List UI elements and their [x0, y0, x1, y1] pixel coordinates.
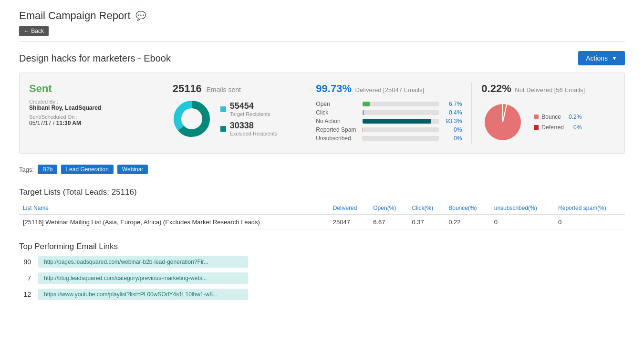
- table-row: [25116] Webinar Mailing List (Asia, Euro…: [19, 215, 625, 230]
- bounce-color: [534, 115, 539, 119]
- table-header-cell: Click(%): [408, 202, 445, 215]
- links-section: Top Performing Email Links 90 http://pag…: [19, 242, 625, 300]
- campaign-title: Design hacks for marketers - Ebook: [19, 53, 171, 64]
- tag-item[interactable]: B2b: [38, 165, 57, 174]
- link-count: 12: [19, 291, 31, 298]
- target-label: Target Recipients: [230, 111, 270, 117]
- metric-row: Unsubscribed 0%: [316, 135, 462, 142]
- metrics-bars: Open 6.7% Click 0.4% No Action 93.3% Rep…: [316, 101, 462, 142]
- metric-pct: 6.7%: [443, 101, 462, 107]
- metric-name: Click: [316, 109, 359, 116]
- link-url[interactable]: http://pages.leadsquared.com/webinar-b2b…: [38, 256, 248, 268]
- table-header-cell: unsubscribed(%): [490, 202, 554, 215]
- link-url[interactable]: http://blog.leadsquared.com/category/pre…: [38, 272, 248, 284]
- donut-area: 55454 Target Recipients 30338 Excluded R…: [173, 100, 297, 138]
- bar-fill: [363, 119, 431, 124]
- chat-icon: 💬: [135, 10, 146, 21]
- target-color-box: [220, 106, 226, 112]
- bar-fill: [363, 136, 363, 141]
- deferred-row: Deferred 0%: [534, 124, 582, 131]
- metric-name: No Action: [316, 118, 359, 125]
- deferred-color: [534, 125, 539, 130]
- bounce-legend: Bounce 0.2% Deferred 0%: [534, 114, 582, 131]
- metric-name: Unsubscribed: [316, 135, 359, 142]
- recipients-list: 55454 Target Recipients 30338 Excluded R…: [220, 101, 278, 136]
- sent-section: Sent Created By : Shibani Roy, LeadSquar…: [29, 83, 163, 144]
- created-by-label: Created By :: [29, 99, 153, 104]
- excluded-recipients-row: 30338 Excluded Recipients: [220, 121, 278, 136]
- tags-label: Tags:: [19, 166, 34, 173]
- page-title: Email Campaign Report: [19, 10, 131, 22]
- divider: [19, 41, 625, 42]
- table-header-cell: Reported spam(%): [554, 202, 625, 215]
- emails-sent-count: 25116: [173, 83, 202, 94]
- bounce-row: Bounce 0.2%: [534, 114, 582, 120]
- page-header: Email Campaign Report 💬: [19, 10, 625, 22]
- table-cell: 0.37: [408, 215, 445, 230]
- target-lists-table: List NameDeliveredOpen(%)Click(%)Bounce(…: [19, 202, 625, 230]
- links-title: Top Performing Email Links: [19, 242, 625, 251]
- metric-row: Click 0.4%: [316, 109, 462, 116]
- tag-item[interactable]: Lead Generation: [61, 165, 113, 174]
- link-row: 12 https://www.youtube.com/playlist?list…: [19, 289, 625, 300]
- link-row: 90 http://pages.leadsquared.com/webinar-…: [19, 256, 625, 268]
- not-delivered-pct: 0.22%: [481, 83, 511, 94]
- excluded-count: 30338: [230, 121, 278, 131]
- deferred-label: Deferred: [541, 124, 564, 131]
- tags-list: B2bLead GenerationWebinar: [38, 165, 148, 174]
- not-delivered-label: Not Delivered [56 Emails]: [515, 86, 585, 94]
- link-row: 7 http://blog.leadsquared.com/category/p…: [19, 272, 625, 284]
- stats-panel: Sent Created By : Shibani Roy, LeadSquar…: [19, 73, 625, 154]
- link-url[interactable]: https://www.youtube.com/playlist?list=PL…: [38, 289, 248, 300]
- donut-chart: [173, 100, 211, 138]
- tags-row: Tags: B2bLead GenerationWebinar: [19, 161, 625, 178]
- bar-container: [363, 119, 439, 124]
- scheduled-time: 11:30 AM: [56, 120, 81, 126]
- metric-pct: 93.3%: [443, 118, 462, 125]
- scheduled-label: Sent/Scheduled On :: [29, 114, 153, 120]
- not-delivered-content: Bounce 0.2% Deferred 0%: [481, 101, 605, 144]
- target-count: 55454: [230, 101, 270, 111]
- metric-name: Reported Spam: [316, 126, 359, 133]
- scheduled-date: 05/17/17 / 11:30 AM: [29, 120, 153, 126]
- back-button[interactable]: ← Back: [19, 26, 49, 36]
- table-cell: 0: [490, 215, 554, 230]
- metric-pct: 0%: [443, 135, 462, 142]
- emails-sent-label: Emails sent: [206, 86, 240, 94]
- metric-pct: 0.4%: [443, 109, 462, 116]
- deferred-pct: 0%: [569, 124, 582, 131]
- bar-fill: [363, 127, 363, 132]
- bar-container: [363, 127, 439, 132]
- table-cell: 0: [554, 215, 625, 230]
- table-cell: 25047: [329, 215, 370, 230]
- links-list: 90 http://pages.leadsquared.com/webinar-…: [19, 256, 625, 300]
- link-count: 7: [19, 274, 31, 282]
- delivered-label: Delivered [25047 Emails]: [355, 86, 425, 94]
- target-recipients-row: 55454 Target Recipients: [220, 101, 278, 117]
- excluded-color-box: [220, 126, 226, 132]
- table-header-cell: Bounce(%): [445, 202, 490, 215]
- metric-pct: 0%: [443, 126, 462, 133]
- bar-container: [363, 136, 439, 141]
- emails-sent-section: 25116 Emails sent 55454 T: [163, 83, 307, 144]
- table-header-cell: Open(%): [369, 202, 408, 215]
- created-by-name: Shibani Roy, LeadSquared: [29, 104, 153, 111]
- bar-fill: [363, 110, 364, 115]
- metric-row: Reported Spam 0%: [316, 126, 462, 133]
- sent-status: Sent: [29, 83, 153, 95]
- actions-button[interactable]: Actions ▼: [578, 51, 625, 65]
- target-lists-title: Target Lists (Total Leads: 25116): [19, 188, 625, 197]
- not-delivered-section: 0.22% Not Delivered [56 Emails]: [472, 83, 615, 144]
- pie-chart: [481, 101, 524, 144]
- excluded-label: Excluded Recipients: [230, 131, 278, 136]
- bounce-pct: 0.2%: [564, 114, 582, 120]
- table-header-cell: Delivered: [329, 202, 370, 215]
- bar-container: [363, 110, 439, 115]
- table-cell: 0.22: [445, 215, 490, 230]
- page-container: Email Campaign Report 💬 ← Back Design ha…: [0, 0, 644, 314]
- table-cell: 6.67: [369, 215, 408, 230]
- chevron-down-icon: ▼: [612, 55, 617, 62]
- tag-item[interactable]: Webinar: [117, 165, 148, 174]
- metric-name: Open: [316, 101, 359, 107]
- bounce-label: Bounce: [541, 114, 561, 120]
